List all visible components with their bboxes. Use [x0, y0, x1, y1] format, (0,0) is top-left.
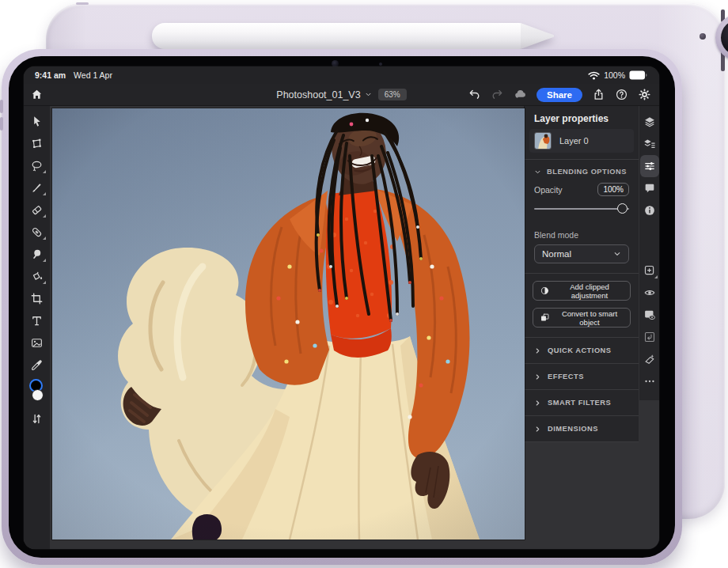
fill-tool-icon	[30, 270, 44, 283]
info-icon	[643, 204, 656, 217]
section-effects[interactable]: EFFECTS	[525, 364, 639, 390]
type-tool[interactable]	[27, 309, 47, 331]
adjustments-icon	[643, 160, 656, 172]
submenu-indicator	[654, 275, 658, 278]
healing-brush-tool[interactable]	[27, 221, 47, 243]
eyedropper-tool[interactable]	[27, 354, 47, 376]
blend-mode-dropdown[interactable]: Normal	[534, 244, 629, 263]
rear-mic	[700, 33, 706, 40]
background-color-swatch[interactable]	[32, 389, 44, 401]
layer-properties-button[interactable]	[640, 133, 659, 155]
info-button[interactable]	[640, 199, 659, 222]
more-button[interactable]	[640, 370, 659, 392]
cloud-sync-button[interactable]	[514, 88, 527, 101]
canvas-area[interactable]	[50, 106, 524, 549]
layer-name: Layer 0	[559, 136, 589, 146]
move-tool[interactable]	[27, 110, 47, 132]
eyedropper-tool-icon	[30, 358, 44, 372]
zoom-level-badge[interactable]: 63%	[378, 89, 407, 100]
mask-preview-button[interactable]	[640, 304, 659, 326]
clipped-layer-icon	[643, 331, 656, 343]
clipped-layer-button[interactable]	[640, 326, 659, 348]
rear-camera-lens	[721, 20, 728, 55]
chevron-right-icon	[534, 399, 541, 407]
document-title-button[interactable]: Photoshoot_01_V3	[276, 89, 371, 100]
swap-colors-button[interactable]	[27, 407, 47, 430]
opacity-slider-knob[interactable]	[617, 203, 628, 214]
clear-icon	[643, 353, 656, 365]
battery-icon	[629, 70, 647, 80]
canvas-photo[interactable]	[52, 108, 525, 540]
opacity-value[interactable]: 100%	[597, 183, 629, 196]
clone-stamp-tool[interactable]	[27, 243, 47, 265]
section-dimensions[interactable]: DIMENSIONS	[525, 416, 639, 442]
lasso-tool-icon	[30, 159, 44, 172]
undo-button[interactable]	[468, 88, 481, 101]
fill-tool[interactable]	[27, 265, 47, 287]
layer-properties-icon	[643, 138, 656, 150]
lasso-tool[interactable]	[27, 154, 47, 176]
transform-tool[interactable]	[27, 132, 47, 154]
comments-icon	[643, 182, 656, 195]
screen: 9:41 am Wed 1 Apr 100%	[24, 66, 659, 549]
front-sensor	[379, 62, 382, 66]
battery-percent: 100%	[604, 70, 625, 80]
color-well[interactable]	[27, 379, 47, 406]
clear-button[interactable]	[640, 348, 659, 370]
move-tool-icon	[30, 115, 44, 128]
redo-button[interactable]	[491, 88, 504, 101]
layers-button[interactable]	[640, 111, 659, 133]
export-button[interactable]	[592, 88, 605, 101]
wifi-icon	[588, 71, 600, 80]
submenu-indicator	[43, 192, 46, 195]
top-toolbar: Photoshoot_01_V3 63% Share	[24, 84, 659, 106]
layer-thumbnail	[534, 132, 552, 150]
layer-row[interactable]: Layer 0	[529, 129, 634, 153]
blend-mode-label: Blend mode	[525, 224, 639, 243]
more-icon	[643, 375, 656, 388]
chevron-down-icon	[365, 91, 372, 98]
opacity-slider[interactable]	[534, 200, 629, 218]
settings-button[interactable]	[638, 88, 651, 101]
convert-smart-object-button[interactable]: Convert to smart object	[533, 308, 631, 328]
adjustments-button[interactable]	[640, 155, 659, 177]
help-button[interactable]	[615, 88, 628, 101]
submenu-indicator	[43, 237, 46, 240]
apple-pencil-body	[152, 23, 522, 49]
blending-options-header[interactable]: BLENDING OPTIONS	[525, 160, 639, 182]
status-date: Wed 1 Apr	[74, 70, 112, 80]
opacity-slider-track	[534, 208, 629, 210]
section-smart-filters[interactable]: SMART FILTERS	[525, 390, 639, 416]
status-time: 9:41 am	[35, 70, 66, 80]
submenu-indicator	[43, 214, 46, 218]
crop-tool[interactable]	[27, 287, 47, 309]
ipad-front: 9:41 am Wed 1 Apr 100%	[2, 49, 682, 565]
chevron-down-icon	[534, 169, 541, 176]
task-strip	[639, 106, 659, 400]
chevron-right-icon	[534, 347, 541, 354]
clipped-adjustment-icon	[540, 286, 550, 296]
comments-button[interactable]	[640, 177, 659, 199]
crop-tool-icon	[30, 292, 44, 305]
layer-visibility-icon	[643, 286, 656, 299]
type-tool-icon	[30, 314, 44, 328]
place-photo-tool[interactable]	[27, 331, 47, 354]
eraser-tool[interactable]	[27, 199, 47, 221]
chevron-right-icon	[534, 426, 541, 433]
share-button[interactable]: Share	[537, 88, 582, 102]
add-clipped-adjustment-button[interactable]: Add clipped adjustment	[533, 281, 631, 301]
divider	[525, 273, 639, 274]
add-layer-button[interactable]	[640, 259, 659, 282]
status-bar: 9:41 am Wed 1 Apr 100%	[24, 66, 659, 84]
home-button[interactable]	[24, 88, 50, 101]
brush-tool[interactable]	[27, 176, 47, 199]
ipad-front-volume-button	[0, 100, 3, 113]
chevron-right-icon	[534, 373, 541, 381]
layer-visibility-button[interactable]	[640, 282, 659, 304]
section-quick-actions[interactable]: QUICK ACTIONS	[525, 338, 639, 364]
smart-object-icon	[540, 312, 550, 323]
brush-tool-icon	[30, 181, 44, 195]
tool-column	[24, 106, 50, 549]
swap-colors-icon	[30, 412, 44, 426]
eraser-tool-icon	[30, 203, 44, 217]
